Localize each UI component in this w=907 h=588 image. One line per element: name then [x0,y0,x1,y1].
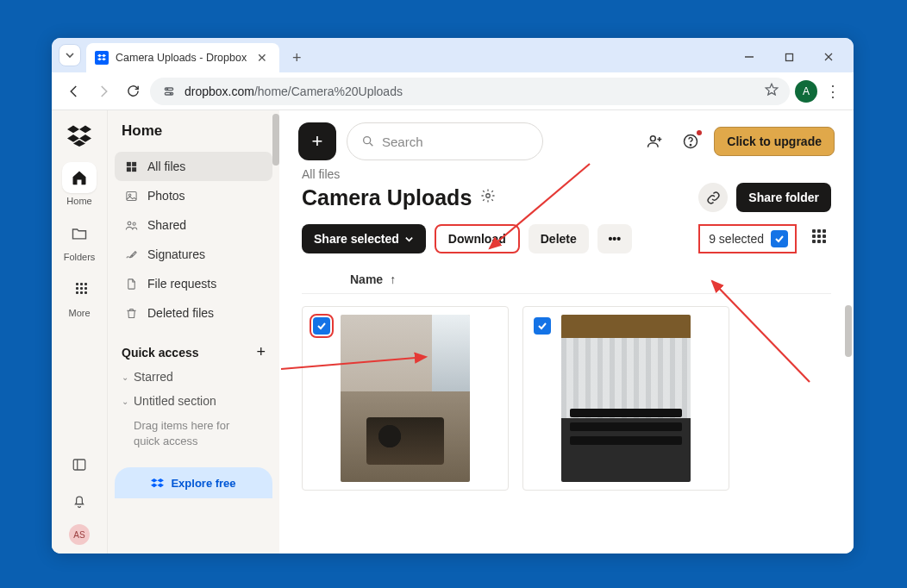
upgrade-button[interactable]: Click to upgrade [714,127,835,156]
add-quick-access-button[interactable]: + [256,343,266,361]
people-icon [123,219,139,232]
explore-free-button[interactable]: Explore free [115,467,272,498]
sidebar-title: Home [115,122,272,152]
search-icon [361,134,375,148]
close-tab-icon[interactable]: ✕ [253,49,271,66]
dropbox-logo[interactable] [67,122,91,147]
file-card[interactable] [522,306,729,491]
rail-user-avatar[interactable]: AS [69,524,90,545]
svg-line-19 [370,143,372,146]
quick-access-header: Quick access + [115,343,272,365]
share-folder-button[interactable]: Share folder [736,183,831,212]
sidebar: Home All files Photos Shared Signatures … [107,110,279,554]
sidebar-label: File requests [147,277,216,291]
starred-section[interactable]: ⌄ Starred [115,365,272,389]
svg-point-16 [128,222,131,225]
rail-label: More [68,308,90,318]
sidebar-label: Shared [147,218,186,232]
sidebar-item-file-requests[interactable]: File requests [115,269,272,298]
new-tab-button[interactable]: + [285,46,309,70]
svg-rect-14 [126,191,135,200]
sort-asc-icon: ↑ [390,272,396,286]
file-card[interactable] [302,306,509,491]
create-button[interactable]: + [298,122,336,160]
sidebar-label: Signatures [147,247,205,261]
page-title: Camera Uploads [302,185,472,210]
notification-dot [697,130,702,135]
back-button[interactable] [62,79,86,103]
sidebar-label: Photos [147,189,185,203]
sidebar-item-shared[interactable]: Shared [115,210,272,240]
rail-home[interactable]: Home [59,157,100,211]
chevron-down-icon [404,235,414,244]
chevron-down-icon: ⌄ [122,372,128,382]
sidebar-item-all-files[interactable]: All files [115,152,272,181]
svg-point-20 [651,136,656,141]
profile-avatar[interactable]: A [795,80,817,103]
copy-link-button[interactable] [698,183,728,212]
file-checkbox[interactable] [313,317,330,335]
url-field[interactable]: dropbox.com/home/Camera%20Uploads [150,78,790,105]
grid-icon [123,160,139,173]
minimize-button[interactable] [731,44,767,70]
file-checkbox[interactable] [534,317,551,335]
svg-rect-10 [126,161,130,166]
selected-count-label: 9 selected [709,232,764,246]
rail-notifications-button[interactable] [59,488,100,514]
name-column: Name [350,272,383,286]
home-icon [62,162,97,193]
window-controls [731,44,847,70]
title-row: Camera Uploads Share folder [279,181,854,221]
sidebar-scrollbar[interactable] [272,114,279,166]
browser-tab[interactable]: Camera Uploads - Dropbox ✕ [86,43,279,72]
trash-icon [123,307,139,320]
tab-title: Camera Uploads - Dropbox [116,52,247,64]
select-all-checkbox[interactable] [771,230,788,247]
site-settings-icon[interactable] [160,83,178,100]
address-bar: dropbox.com/home/Camera%20Uploads A ⋮ [52,72,854,110]
view-grid-button[interactable] [812,229,831,248]
svg-point-6 [166,88,167,89]
rail-more[interactable]: More [59,269,100,323]
rail-label: Home [66,196,91,206]
tab-search-button[interactable] [59,44,81,66]
delete-button[interactable]: Delete [529,224,589,253]
file-thumbnail [341,315,470,482]
file-request-icon [123,278,139,291]
browser-menu-icon[interactable]: ⋮ [823,82,843,101]
chevron-down-icon: ⌄ [122,397,128,406]
reload-button[interactable] [121,79,145,103]
more-actions-button[interactable]: ••• [597,224,632,253]
search-placeholder: Search [382,134,423,149]
maximize-button[interactable] [771,44,807,70]
app-content: Home Folders More AS [52,110,854,554]
svg-point-18 [364,137,371,144]
rail-folders[interactable]: Folders [59,213,100,267]
svg-point-7 [170,93,171,94]
rail-collapse-button[interactable] [59,452,100,478]
svg-point-17 [133,222,135,225]
quick-access-hint: Drag items here for quick access [115,413,272,454]
action-row: Share selected Download Delete ••• 9 sel… [279,221,854,264]
sidebar-label: Deleted files [147,306,214,320]
sidebar-item-photos[interactable]: Photos [115,181,272,210]
main-scrollbar[interactable] [845,305,852,357]
download-button[interactable]: Download [435,224,520,253]
sidebar-item-deleted[interactable]: Deleted files [115,298,272,328]
invite-button[interactable] [641,128,667,154]
search-input[interactable]: Search [347,122,543,160]
svg-rect-1 [785,53,792,60]
folder-settings-icon[interactable] [480,188,496,207]
selection-counter[interactable]: 9 selected [698,224,797,253]
forward-button[interactable] [91,79,116,103]
bookmark-icon[interactable] [764,82,779,101]
sidebar-item-signatures[interactable]: Signatures [115,240,272,269]
share-selected-button[interactable]: Share selected [302,224,426,253]
close-window-button[interactable] [810,44,847,70]
breadcrumb[interactable]: All files [279,167,854,181]
nav-rail: Home Folders More AS [52,110,107,554]
column-header[interactable]: Name ↑ [302,264,831,294]
untitled-section[interactable]: ⌄ Untitled section [115,389,272,413]
help-button[interactable] [678,128,704,154]
main-panel: + Search Click to upgrade All files Came… [279,110,854,554]
